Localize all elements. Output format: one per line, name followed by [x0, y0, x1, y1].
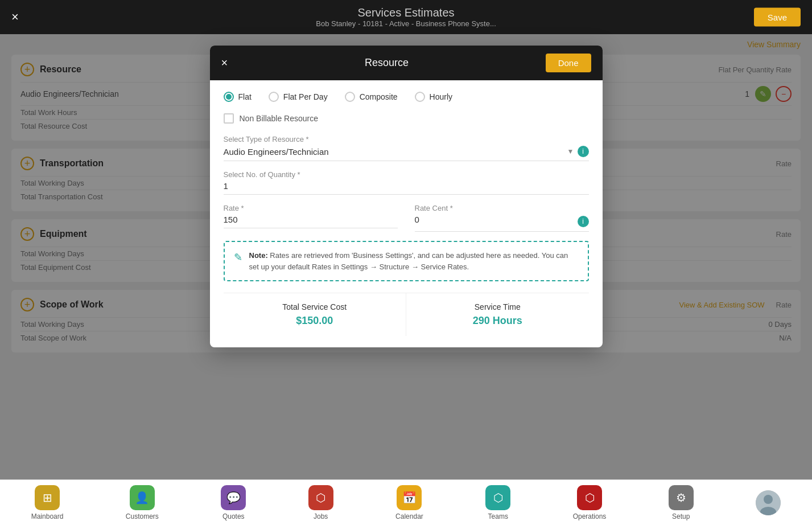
modal-overlay: × Resource Done Flat Flat Per Day Compos… — [0, 34, 812, 479]
nav-quotes[interactable]: 💬 Quotes — [221, 485, 246, 520]
service-time-label: Service Time — [418, 302, 578, 311]
jobs-label: Jobs — [314, 512, 328, 520]
close-button[interactable]: × — [11, 10, 19, 24]
rate-group: Rate * 150 — [224, 204, 398, 232]
radio-hourly[interactable]: Hourly — [415, 92, 452, 102]
non-billable-row: Non Billable Resource — [224, 113, 589, 124]
rate-value[interactable]: 150 — [224, 215, 398, 228]
select-qty-label: Select No. of Quantity * — [224, 170, 589, 179]
customers-label: Customers — [126, 512, 159, 520]
note-content: Rates are retrieved from 'Business Setti… — [249, 251, 568, 271]
rate-cent-group: Rate Cent * 0 i — [415, 204, 589, 232]
service-time-value: 290 Hours — [418, 315, 578, 327]
nav-teams[interactable]: ⬡ Teams — [485, 485, 510, 520]
rate-cent-label: Rate Cent * — [415, 204, 589, 212]
jobs-icon: ⬡ — [308, 485, 333, 510]
radio-flatperday-label: Flat Per Day — [283, 92, 328, 101]
calendar-icon: 📅 — [397, 485, 422, 510]
select-type-value: Audio Engineers/Technician — [224, 147, 567, 157]
modal-header: × Resource Done — [210, 46, 603, 80]
summary-row: Total Service Cost $150.00 Service Time … — [224, 293, 589, 336]
mainboard-label: Mainboard — [31, 512, 64, 520]
top-bar-title: Services Estimates Bob Stanley - 10181 -… — [316, 6, 496, 28]
nav-customers[interactable]: 👤 Customers — [126, 485, 159, 520]
bottom-nav: ⊞ Mainboard 👤 Customers 💬 Quotes ⬡ Jobs … — [0, 479, 812, 525]
modal-body: Flat Flat Per Day Composite Hourly — [210, 80, 603, 347]
select-type-group: Select Type of Resource * Audio Engineer… — [224, 135, 589, 161]
type-info-icon[interactable]: i — [578, 146, 589, 157]
note-bold: Note: — [249, 251, 268, 260]
svg-point-1 — [764, 495, 773, 504]
modal-title: Resource — [228, 57, 545, 69]
rate-type-radio-group: Flat Flat Per Day Composite Hourly — [224, 92, 589, 102]
user-avatar[interactable] — [756, 490, 781, 515]
setup-label: Setup — [672, 512, 690, 520]
mainboard-icon: ⊞ — [35, 485, 60, 510]
rate-cent-info-icon[interactable]: i — [578, 216, 589, 227]
total-service-cost-label: Total Service Cost — [235, 302, 395, 311]
note-box: ✎ Note: Rates are retrieved from 'Busine… — [224, 241, 589, 281]
non-billable-checkbox[interactable] — [224, 113, 234, 124]
radio-hourly-circle — [415, 92, 425, 102]
total-service-cost-item: Total Service Cost $150.00 — [224, 293, 407, 336]
rate-cent-wrapper: 0 i — [415, 215, 589, 232]
nav-operations[interactable]: ⬡ Operations — [573, 485, 607, 520]
service-time-item: Service Time 290 Hours — [406, 293, 589, 336]
nav-calendar[interactable]: 📅 Calendar — [395, 485, 423, 520]
quotes-icon: 💬 — [221, 485, 246, 510]
rate-label: Rate * — [224, 204, 398, 212]
select-type-label: Select Type of Resource * — [224, 135, 589, 143]
nav-jobs[interactable]: ⬡ Jobs — [308, 485, 333, 520]
radio-flat-label: Flat — [238, 92, 252, 101]
non-billable-label: Non Billable Resource — [240, 114, 319, 123]
rate-row: Rate * 150 Rate Cent * 0 i — [224, 204, 589, 241]
page-title: Services Estimates — [316, 6, 496, 19]
page-subtitle: Bob Stanley - 10181 - Active - Business … — [316, 19, 496, 28]
note-icon: ✎ — [234, 251, 242, 264]
select-type-wrapper[interactable]: Audio Engineers/Technician ▼ i — [224, 146, 589, 161]
operations-icon: ⬡ — [577, 485, 602, 510]
select-type-arrow: ▼ — [567, 147, 574, 155]
setup-icon: ⚙ — [669, 485, 694, 510]
select-qty-group: Select No. of Quantity * 1 — [224, 170, 589, 195]
radio-flatperday-circle — [269, 92, 279, 102]
resource-modal: × Resource Done Flat Flat Per Day Compos… — [210, 46, 603, 347]
customers-icon: 👤 — [130, 485, 155, 510]
radio-composite-label: Composite — [360, 92, 398, 101]
radio-hourly-label: Hourly — [430, 92, 452, 101]
teams-label: Teams — [488, 512, 508, 520]
modal-done-button[interactable]: Done — [546, 54, 591, 72]
nav-mainboard[interactable]: ⊞ Mainboard — [31, 485, 64, 520]
teams-icon: ⬡ — [485, 485, 510, 510]
radio-flat-circle — [224, 92, 234, 102]
radio-flatperday[interactable]: Flat Per Day — [269, 92, 328, 102]
note-text: Note: Rates are retrieved from 'Business… — [249, 250, 579, 272]
quotes-label: Quotes — [222, 512, 245, 520]
modal-close-button[interactable]: × — [221, 56, 228, 69]
nav-setup[interactable]: ⚙ Setup — [669, 485, 694, 520]
calendar-label: Calendar — [395, 512, 423, 520]
radio-composite-circle — [345, 92, 355, 102]
operations-label: Operations — [573, 512, 607, 520]
radio-composite[interactable]: Composite — [345, 92, 398, 102]
total-service-cost-value: $150.00 — [235, 315, 395, 327]
save-button[interactable]: Save — [754, 8, 801, 27]
top-bar: × Services Estimates Bob Stanley - 10181… — [0, 0, 812, 34]
radio-flat[interactable]: Flat — [224, 92, 252, 102]
select-qty-value[interactable]: 1 — [224, 181, 589, 195]
rate-cent-value[interactable]: 0 — [415, 215, 578, 228]
